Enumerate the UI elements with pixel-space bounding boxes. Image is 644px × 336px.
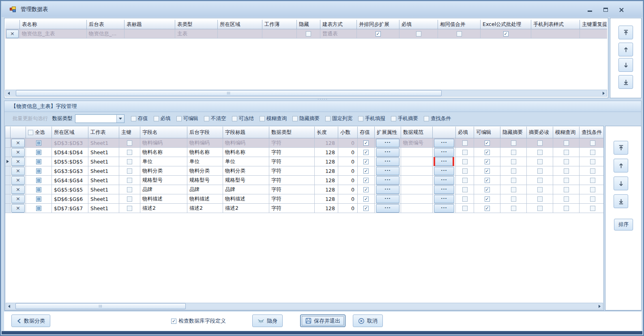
column-header-summary_read[interactable]: 摘要必读: [527, 127, 553, 138]
cell-required[interactable]: [456, 204, 474, 213]
cell-hide_summary[interactable]: [500, 176, 527, 185]
row-header-cell[interactable]: [5, 166, 11, 176]
cell-dtype[interactable]: 字符: [269, 194, 315, 204]
move-down-button[interactable]: [614, 177, 628, 190]
fuzzy_query-checkbox[interactable]: [564, 150, 569, 155]
fuzzy_query-checkbox[interactable]: [564, 196, 569, 202]
cell-backend[interactable]: 物料描述: [187, 194, 223, 204]
fuzzy_query-checkbox[interactable]: [564, 168, 569, 174]
column-header-name[interactable]: 字段名: [140, 127, 187, 138]
cell-pk[interactable]: [119, 194, 140, 204]
cell-required[interactable]: [456, 176, 474, 185]
editable-checkbox[interactable]: [485, 196, 490, 202]
editable-checkbox[interactable]: [485, 206, 490, 211]
cell-dec[interactable]: 0: [338, 176, 358, 185]
column-header-ext[interactable]: 扩展属性: [375, 127, 401, 138]
cell-editable[interactable]: [474, 176, 500, 185]
required-checkbox[interactable]: [462, 206, 468, 211]
delete-row-button[interactable]: ×: [6, 30, 19, 38]
cell-dtype[interactable]: 字符: [269, 204, 315, 213]
required-checkbox[interactable]: [462, 150, 468, 155]
cell-len[interactable]: 128: [315, 185, 338, 194]
cell-title[interactable]: 单位: [223, 157, 269, 166]
toolbar-checkbox[interactable]: [260, 116, 265, 121]
hide_summary-checkbox[interactable]: [511, 159, 516, 164]
sort-button[interactable]: 排序: [614, 219, 633, 230]
cell-dtype[interactable]: 字符: [269, 157, 315, 166]
cell-spec[interactable]: [401, 185, 433, 194]
save-exit-button[interactable]: 保存并退出: [300, 314, 346, 327]
find_cond-checkbox[interactable]: [590, 187, 595, 192]
row-select-checkbox[interactable]: [36, 196, 41, 202]
pk-checkbox[interactable]: [127, 168, 132, 174]
row-select-checkbox[interactable]: [36, 159, 41, 164]
spec-edit-button[interactable]: ···: [434, 167, 454, 175]
cell-summary_read[interactable]: [527, 157, 553, 166]
toolbar-option-可编辑[interactable]: 可编辑: [176, 115, 199, 122]
arrow-left-icon[interactable]: [6, 90, 12, 96]
hide_summary-checkbox[interactable]: [511, 178, 516, 183]
pk-checkbox[interactable]: [127, 187, 132, 192]
cell-pk[interactable]: [119, 185, 140, 194]
title-bar[interactable]: 管理数据表: [2, 2, 642, 17]
row-header-cell[interactable]: [5, 194, 11, 204]
cell-len[interactable]: 128: [315, 204, 338, 213]
cell-pk[interactable]: [119, 176, 140, 185]
toolbar-checkbox[interactable]: [176, 116, 182, 121]
row-select-checkbox[interactable]: [36, 187, 41, 192]
column-header-title[interactable]: 表标题: [125, 20, 175, 29]
cancel-button[interactable]: 取消: [353, 314, 383, 327]
column-header-pk_dup[interactable]: 主键重复提: [580, 20, 607, 29]
ext-props-button[interactable]: ···: [376, 148, 399, 157]
maximize-icon[interactable]: [602, 6, 609, 13]
cell-dec[interactable]: 0: [338, 194, 358, 204]
move-bottom-button[interactable]: [618, 75, 633, 89]
cell-hide_summary[interactable]: [500, 194, 527, 204]
cell-sheet[interactable]: Sheet1: [88, 157, 119, 166]
cell-name[interactable]: 物料分类: [140, 166, 187, 176]
column-header-specbtn[interactable]: [433, 127, 456, 138]
summary_read-checkbox[interactable]: [537, 178, 543, 183]
arrow-right-icon[interactable]: [597, 303, 603, 309]
required-checkbox[interactable]: [462, 196, 468, 202]
editable-checkbox[interactable]: [485, 187, 490, 192]
spec-edit-button[interactable]: ···: [434, 176, 454, 185]
cell-store[interactable]: [358, 176, 375, 185]
cell-title[interactable]: 物料名称: [223, 148, 269, 157]
cell-backend[interactable]: 物料分类: [187, 166, 223, 176]
cell-find_cond[interactable]: [580, 176, 603, 185]
cell-fuzzy_query[interactable]: [553, 204, 580, 213]
column-header-find_cond[interactable]: 查找条件: [580, 127, 603, 138]
column-header-len[interactable]: 长度: [315, 127, 338, 138]
editable-checkbox[interactable]: [485, 178, 490, 183]
ext-props-button[interactable]: ···: [376, 139, 399, 147]
store-checkbox[interactable]: [363, 168, 369, 174]
cell-dec[interactable]: 0: [338, 185, 358, 194]
delete-row-button[interactable]: ×: [11, 148, 25, 157]
cell-summary_read[interactable]: [527, 185, 553, 194]
toolbar-checkbox[interactable]: [232, 116, 237, 121]
row-select-checkbox[interactable]: [36, 178, 41, 183]
chevron-down-icon[interactable]: [116, 115, 124, 123]
find_cond-checkbox[interactable]: [590, 196, 595, 202]
column-header-name[interactable]: 表名称: [20, 20, 87, 29]
cell-_sel[interactable]: [26, 157, 52, 166]
cell-title[interactable]: 描述2: [223, 204, 269, 213]
column-header-fuzzy_query[interactable]: 模糊查询: [553, 127, 580, 138]
cell-editable[interactable]: [474, 204, 500, 213]
cell-store[interactable]: [358, 166, 375, 176]
cell-area[interactable]: $G$5:$G$5: [52, 185, 88, 194]
column-header-excel_batch[interactable]: Excel公式批处理: [481, 20, 531, 29]
cell-_sel[interactable]: [26, 194, 52, 204]
move-bottom-button[interactable]: [614, 194, 628, 208]
find_cond-checkbox[interactable]: [590, 150, 595, 155]
toolbar-option-固定列宽[interactable]: 固定列宽: [325, 115, 352, 122]
toolbar-option-必填[interactable]: 必填: [154, 115, 171, 122]
summary_read-checkbox[interactable]: [537, 206, 543, 211]
summary_read-checkbox[interactable]: [537, 150, 543, 155]
fuzzy_query-checkbox[interactable]: [564, 187, 569, 192]
cell-spec[interactable]: [401, 204, 433, 213]
move-down-button[interactable]: [618, 58, 633, 72]
hide_summary-checkbox[interactable]: [511, 187, 516, 192]
delete-row-button[interactable]: ×: [11, 204, 25, 213]
